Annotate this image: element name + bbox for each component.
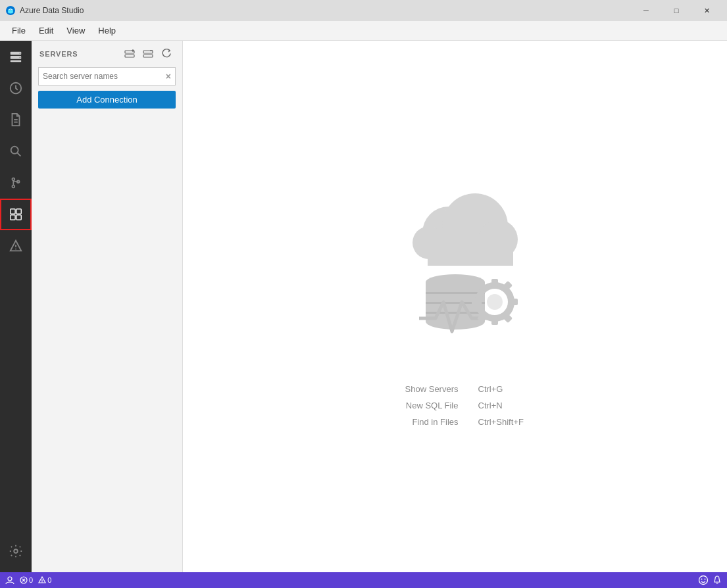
- svg-rect-5: [11, 61, 22, 62]
- svg-point-6: [20, 53, 21, 54]
- statusbar-account[interactable]: [5, 576, 14, 585]
- svg-point-14: [13, 185, 15, 188]
- svg-rect-39: [426, 292, 485, 294]
- statusbar-warnings[interactable]: 0: [38, 576, 51, 584]
- disconnect-icon: [143, 49, 153, 59]
- svg-point-13: [13, 178, 15, 181]
- shortcut-show-servers-key: Ctrl+G: [478, 384, 531, 394]
- svg-rect-35: [428, 239, 513, 266]
- search-svg: [9, 144, 23, 159]
- activity-bar-top: [0, 41, 32, 535]
- shortcut-new-sql-key: Ctrl+N: [478, 401, 531, 410]
- extensions-activity-icon[interactable]: [0, 199, 32, 230]
- history-activity-icon[interactable]: [0, 72, 32, 104]
- center-illustration: Show Servers Ctrl+G New SQL File Ctrl+N …: [370, 187, 541, 427]
- search-activity-icon[interactable]: [0, 135, 32, 167]
- alerts-svg: [9, 239, 23, 253]
- alerts-activity-icon[interactable]: [0, 230, 32, 262]
- shortcut-row-1: Show Servers Ctrl+G: [380, 384, 531, 394]
- git-svg: [9, 176, 23, 190]
- svg-point-60: [705, 579, 706, 580]
- app-title: Azure Data Studio: [20, 6, 84, 15]
- svg-rect-41: [426, 312, 485, 314]
- bell-icon: [713, 576, 722, 585]
- newfile-activity-icon[interactable]: [0, 104, 32, 135]
- sidebar-title: SERVERS: [39, 50, 78, 58]
- shortcut-find-key: Ctrl+Shift+F: [478, 417, 531, 427]
- history-svg: [9, 81, 23, 95]
- settings-svg: [9, 544, 23, 558]
- settings-activity-icon[interactable]: [0, 535, 32, 567]
- titlebar-left: Azure Data Studio: [5, 5, 84, 16]
- svg-rect-20: [16, 215, 21, 220]
- svg-point-7: [20, 57, 21, 58]
- servers-activity-icon[interactable]: [0, 41, 32, 72]
- statusbar-errors[interactable]: 0: [20, 576, 33, 584]
- warning-icon: [38, 576, 46, 584]
- shortcut-row-3: Find in Files Ctrl+Shift+F: [380, 417, 531, 427]
- menu-edit[interactable]: Edit: [32, 23, 60, 38]
- error-count: 0: [29, 576, 33, 584]
- warning-count: 0: [47, 576, 51, 584]
- svg-rect-44: [491, 279, 498, 287]
- account-icon: [5, 576, 14, 585]
- titlebar-controls: ─ □ ✕: [631, 0, 722, 21]
- git-activity-icon[interactable]: [0, 167, 32, 199]
- activity-bar-bottom: [0, 535, 32, 572]
- newfile-svg: [9, 112, 23, 127]
- add-connection-button[interactable]: Add Connection: [38, 91, 176, 109]
- statusbar-bell[interactable]: [713, 576, 722, 585]
- svg-point-43: [487, 294, 503, 310]
- new-connection-sidebar-btn[interactable]: [122, 46, 138, 62]
- main-layout: SERVERS: [0, 41, 727, 572]
- svg-rect-17: [11, 209, 15, 214]
- shortcuts-list: Show Servers Ctrl+G New SQL File Ctrl+N …: [380, 384, 531, 427]
- svg-point-52: [8, 577, 12, 581]
- main-illustration-svg: [370, 187, 541, 358]
- refresh-icon: [161, 49, 172, 59]
- titlebar: Azure Data Studio ─ □ ✕: [0, 0, 727, 21]
- search-box: ×: [38, 67, 176, 86]
- svg-rect-46: [510, 299, 518, 305]
- sidebar-actions: [122, 46, 174, 62]
- svg-point-23: [14, 549, 18, 553]
- svg-point-57: [41, 581, 42, 582]
- svg-rect-29: [143, 55, 153, 57]
- svg-rect-19: [11, 215, 15, 220]
- shortcut-show-servers-label[interactable]: Show Servers: [380, 384, 459, 394]
- maximize-button[interactable]: □: [661, 0, 691, 21]
- svg-point-59: [701, 579, 703, 580]
- content-area: Show Servers Ctrl+G New SQL File Ctrl+N …: [183, 41, 727, 572]
- activity-bar: [0, 41, 32, 572]
- svg-point-58: [699, 576, 708, 585]
- svg-point-11: [11, 147, 18, 154]
- extensions-svg: [9, 207, 23, 222]
- shortcut-row-2: New SQL File Ctrl+N: [380, 401, 531, 410]
- svg-rect-18: [16, 209, 21, 214]
- svg-rect-47: [472, 299, 480, 305]
- menu-help[interactable]: Help: [91, 23, 122, 38]
- sidebar: SERVERS: [32, 41, 183, 572]
- search-container: ×: [32, 64, 182, 91]
- new-connection-icon: [124, 49, 135, 59]
- menu-view[interactable]: View: [60, 23, 91, 38]
- app-icon: [5, 5, 16, 16]
- refresh-sidebar-btn[interactable]: [159, 46, 174, 62]
- sidebar-header: SERVERS: [32, 41, 182, 64]
- error-icon: [20, 576, 28, 584]
- close-button[interactable]: ✕: [691, 0, 722, 21]
- statusbar-smiley[interactable]: [698, 575, 709, 585]
- search-input[interactable]: [43, 72, 166, 81]
- statusbar-left: 0 0: [5, 576, 51, 585]
- disconnect-sidebar-btn[interactable]: [140, 46, 156, 62]
- smiley-icon: [698, 575, 709, 585]
- illustration-icon: [370, 187, 541, 371]
- svg-line-12: [17, 153, 20, 156]
- shortcut-find-label[interactable]: Find in Files: [380, 417, 459, 427]
- minimize-button[interactable]: ─: [631, 0, 661, 21]
- shortcut-new-sql-label[interactable]: New SQL File: [380, 401, 459, 410]
- svg-point-22: [15, 249, 16, 250]
- search-clear-button[interactable]: ×: [166, 72, 171, 81]
- svg-rect-45: [491, 317, 498, 325]
- menu-file[interactable]: File: [5, 23, 32, 38]
